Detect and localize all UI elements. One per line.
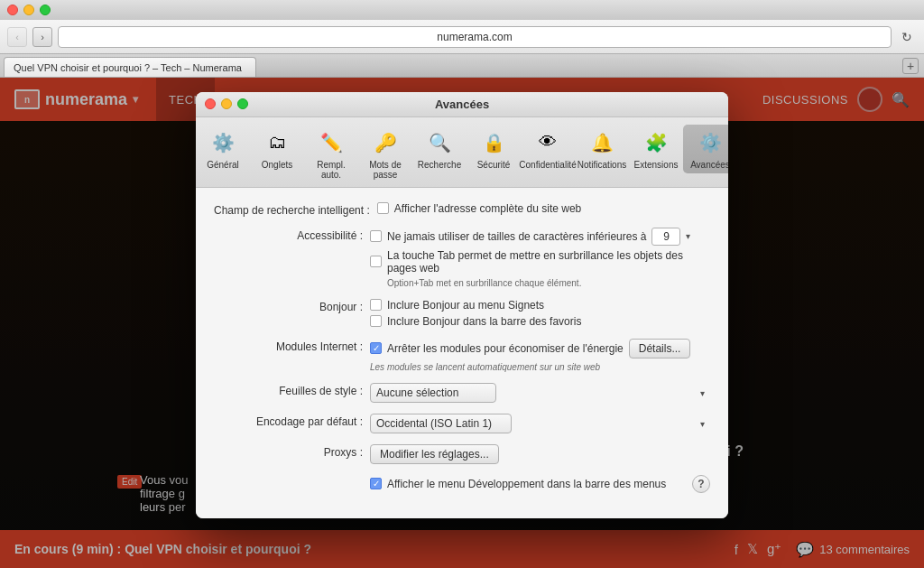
prefs-tab-extensions[interactable]: 🧩 Extensions — [629, 125, 683, 173]
pref-controls-dev-menu: ✓ Afficher le menu Développement dans la… — [370, 475, 710, 493]
back-icon: ‹ — [15, 32, 19, 42]
label-bonjour-menu: Inclure Bonjour au menu Signets — [387, 299, 544, 312]
stylesheet-select[interactable]: Aucune sélection — [370, 383, 496, 403]
pref-row-search-field: Champ de recherche intelligent : Affiche… — [214, 202, 710, 217]
details-button[interactable]: Détails... — [629, 339, 691, 358]
checkbox-stop-modules[interactable]: ✓ — [370, 342, 382, 354]
search-pref-label: Recherche — [418, 160, 461, 170]
extensions-label: Extensions — [634, 160, 679, 170]
prefs-tab-search[interactable]: 🔍 Recherche — [412, 125, 467, 173]
privacy-label: Confidentialité — [519, 160, 576, 170]
prefs-fullscreen-button[interactable] — [237, 98, 248, 109]
browser-tab[interactable]: Quel VPN choisir et pourquoi ? – Tech – … — [4, 57, 256, 77]
pref-controls-search-field: Afficher l'adresse complète du site web — [377, 202, 710, 215]
tabs-label: Onglets — [262, 160, 292, 170]
prefs-tab-general[interactable]: ⚙️ Général — [196, 125, 250, 173]
add-tab-icon: + — [907, 59, 914, 73]
os-chrome — [0, 0, 924, 20]
pref-controls-modules: ✓ Arrêter les modules pour économiser de… — [370, 339, 710, 372]
prefs-tab-advanced[interactable]: ⚙️ Avancées — [683, 125, 728, 173]
notifications-label: Notifications — [578, 160, 626, 170]
fullscreen-button[interactable] — [40, 5, 51, 15]
pref-controls-bonjour: Inclure Bonjour au menu Signets Inclure … — [370, 299, 710, 328]
prefs-tab-tabs[interactable]: 🗂 Onglets — [250, 125, 304, 173]
label-tab-highlight: La touche Tab permet de mettre en surbri… — [387, 249, 710, 275]
advanced-label: Avancées — [690, 160, 728, 170]
passwords-icon: 🔑 — [371, 128, 400, 157]
pref-label-proxys: Proxys : — [214, 444, 363, 459]
tab-title: Quel VPN choisir et pourquoi ? – Tech – … — [14, 62, 242, 73]
extensions-icon: 🧩 — [642, 128, 670, 157]
reload-icon: ↻ — [901, 30, 912, 44]
label-min-font-size: Ne jamais utiliser de tailles de caractè… — [387, 230, 646, 243]
pref-label-dev-menu — [214, 475, 363, 477]
encoding-select[interactable]: Occidental (ISO Latin 1) — [370, 414, 512, 433]
label-bonjour-toolbar: Inclure Bonjour dans la barre des favori… — [387, 315, 581, 328]
label-stop-modules: Arrêter les modules pour économiser de l… — [387, 342, 624, 355]
pref-row-modules: Modules Internet : ✓ Arrêter les modules… — [214, 339, 710, 372]
pref-controls-stylesheets: Aucune sélection — [370, 383, 710, 403]
font-size-dropdown-icon[interactable]: ▾ — [686, 231, 690, 241]
encoding-select-wrapper: Occidental (ISO Latin 1) — [370, 414, 710, 433]
prefs-close-button[interactable] — [205, 98, 216, 109]
pref-controls-accessibility: Ne jamais utiliser de tailles de caractè… — [370, 228, 710, 288]
label-show-full-address: Afficher l'adresse complète du site web — [394, 202, 582, 215]
forward-icon: › — [41, 32, 44, 42]
reload-button[interactable]: ↻ — [897, 27, 917, 47]
pref-row-dev-menu: ✓ Afficher le menu Développement dans la… — [214, 475, 710, 493]
prefs-tab-autofill[interactable]: ✏️ Rempl. auto. — [304, 125, 358, 183]
checkbox-bonjour-toolbar[interactable] — [370, 315, 382, 327]
pref-check-row-address: Afficher l'adresse complète du site web — [377, 202, 710, 215]
font-size-input[interactable] — [651, 228, 680, 246]
checkbox-tab-highlight[interactable] — [370, 256, 382, 267]
tab-bar: Quel VPN choisir et pourquoi ? – Tech – … — [0, 54, 924, 78]
pref-info-modules: Les modules se lancent automatiquement s… — [370, 362, 710, 372]
pref-label-modules: Modules Internet : — [214, 339, 363, 353]
prefs-minimize-button[interactable] — [221, 98, 232, 109]
prefs-tab-passwords[interactable]: 🔑 Mots de passe — [358, 125, 412, 183]
search-pref-icon: 🔍 — [425, 128, 454, 157]
forward-button[interactable]: › — [32, 27, 52, 47]
traffic-lights — [7, 5, 51, 15]
help-button[interactable]: ? — [692, 475, 710, 493]
prefs-toolbar: ⚙️ Général 🗂 Onglets ✏️ Rempl. auto. 🔑 M… — [196, 117, 728, 188]
passwords-label: Mots de passe — [365, 160, 405, 180]
pref-row-encoding: Encodage par défaut : Occidental (ISO La… — [214, 414, 710, 433]
pref-controls-encoding: Occidental (ISO Latin 1) — [370, 414, 710, 433]
prefs-traffic-lights — [205, 98, 248, 109]
pref-label-encoding: Encodage par défaut : — [214, 414, 363, 428]
prefs-tab-notifications[interactable]: 🔔 Notifications — [575, 125, 629, 173]
prefs-title: Avancées — [435, 98, 489, 111]
back-button[interactable]: ‹ — [7, 27, 27, 47]
prefs-tab-security[interactable]: 🔒 Sécurité — [467, 125, 521, 173]
dev-menu-row: ✓ Afficher le menu Développement dans la… — [370, 475, 710, 493]
pref-check-row-tab: La touche Tab permet de mettre en surbri… — [370, 249, 710, 275]
pref-row-stylesheets: Feuilles de style : Aucune sélection — [214, 383, 710, 403]
close-button[interactable] — [7, 5, 18, 15]
privacy-icon: 👁 — [533, 128, 562, 157]
checkbox-bonjour-menu[interactable] — [370, 299, 382, 311]
pref-row-accessibility: Accessibilité : Ne jamais utiliser de ta… — [214, 228, 710, 288]
label-dev-menu: Afficher le menu Développement dans la b… — [387, 478, 666, 490]
pref-row-bonjour: Bonjour : Inclure Bonjour au menu Signet… — [214, 299, 710, 328]
security-label: Sécurité — [477, 160, 511, 170]
add-tab-button[interactable]: + — [902, 58, 919, 74]
minimize-button[interactable] — [23, 5, 34, 15]
checkbox-show-full-address[interactable] — [377, 202, 389, 214]
stylesheet-select-wrapper: Aucune sélection — [370, 383, 710, 403]
browser-toolbar: ‹ › numerama.com ↻ — [0, 20, 924, 54]
address-bar[interactable]: numerama.com — [58, 26, 892, 48]
pref-label-stylesheets: Feuilles de style : — [214, 383, 363, 397]
checkbox-min-font-size[interactable] — [370, 230, 382, 242]
modal-overlay: Avancées ⚙️ Général 🗂 Onglets ✏️ Rempl. … — [0, 78, 924, 568]
checkbox-dev-menu[interactable]: ✓ — [370, 478, 382, 489]
proxys-settings-button[interactable]: Modifier les réglages... — [370, 444, 499, 464]
notifications-icon: 🔔 — [587, 128, 616, 157]
pref-label-bonjour: Bonjour : — [214, 299, 363, 313]
prefs-content: Champ de recherche intelligent : Affiche… — [196, 188, 728, 518]
pref-label-search-field: Champ de recherche intelligent : — [214, 202, 370, 217]
prefs-tab-privacy[interactable]: 👁 Confidentialité — [521, 125, 575, 173]
prefs-titlebar: Avancées — [196, 92, 728, 117]
advanced-icon: ⚙️ — [696, 128, 725, 157]
pref-check-row-bonjour-toolbar: Inclure Bonjour dans la barre des favori… — [370, 315, 710, 328]
